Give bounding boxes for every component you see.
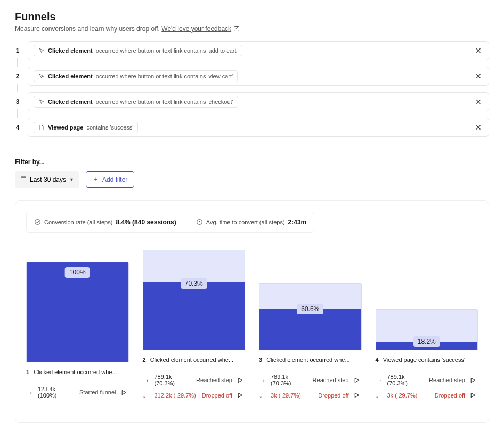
- funnel-metrics: → 789.1k (70.3%) Reached step ↓ 312.2k (…: [143, 374, 246, 404]
- funnel-step-index: 1: [26, 369, 29, 375]
- filter-section-label: Filter by...: [15, 158, 489, 166]
- funnel-metrics: → 789.1k (70.3%) Reached step ↓ 3k (-29.…: [259, 374, 362, 404]
- page-subtitle: Measure conversions and learn why users …: [15, 25, 489, 33]
- funnel-bar[interactable]: 70.3%: [143, 250, 246, 350]
- results-panel: Conversion rate (all steps) 8.4% (840 se…: [15, 200, 489, 423]
- funnel-step-row: 4 Viewed page contains 'success' ✕: [15, 118, 489, 137]
- plus-icon: ＋: [93, 175, 99, 184]
- funnel-step-text: Clicked element occurred whe...: [150, 357, 234, 363]
- dropoff-label: Dropped off: [318, 392, 348, 399]
- funnel-bar-column: 18.2% 4 Viewed page contains 'success' →…: [376, 309, 478, 404]
- funnel-bar[interactable]: 60.6%: [259, 283, 362, 350]
- funnel-step-index: 2: [143, 357, 146, 363]
- page-icon: [38, 124, 45, 131]
- cursor-click-icon: [38, 47, 45, 54]
- filter-row: Last 30 days ▼ ＋ Add filter: [15, 171, 489, 188]
- funnel-step-index: 4: [376, 357, 379, 363]
- arrow-down-icon: ↓: [376, 392, 383, 399]
- funnel-step-title: 4 Viewed page contains 'success': [376, 357, 478, 363]
- cursor-click-icon: [38, 99, 45, 105]
- funnel-step-index: 3: [259, 357, 262, 363]
- funnel-bar[interactable]: 18.2%: [376, 309, 478, 350]
- play-recordings-button[interactable]: [469, 377, 478, 384]
- play-recordings-button[interactable]: [353, 377, 362, 384]
- svg-marker-6: [122, 390, 126, 394]
- funnel-metrics: → 789.1k (70.3%) Reached step ↓ 3k (-29.…: [376, 374, 478, 404]
- step-connector: [17, 84, 18, 92]
- reached-label: Reached step: [196, 377, 232, 383]
- step-card[interactable]: Viewed page contains 'success' ✕: [28, 118, 489, 137]
- step-event: Clicked element: [48, 47, 93, 54]
- dropoff-row: ↓ 3k (-29.7%) Dropped off: [376, 392, 478, 399]
- funnel-bars: 100% 1 Clicked element occurred whe... →…: [26, 250, 478, 404]
- play-recordings-button[interactable]: [120, 389, 129, 396]
- funnel-bar-percent-badge: 70.3%: [181, 278, 207, 289]
- svg-marker-10: [355, 393, 359, 397]
- funnel-step-title: 2 Clicked element occurred whe...: [143, 357, 246, 363]
- conversion-rate-label: Conversion rate (all steps): [44, 219, 112, 225]
- svg-marker-7: [238, 378, 242, 382]
- arrow-right-icon: →: [26, 389, 34, 396]
- arrow-down-icon: ↓: [259, 392, 266, 399]
- dropoff-label: Dropped off: [435, 392, 465, 399]
- add-filter-button[interactable]: ＋ Add filter: [86, 171, 134, 188]
- step-condition: occurred where button or text link conta…: [96, 99, 233, 105]
- check-circle-icon: [34, 218, 41, 226]
- reached-value: 123.4k (100%): [38, 386, 75, 399]
- step-chip[interactable]: Clicked element occurred where button or…: [34, 70, 238, 82]
- remove-step-button[interactable]: ✕: [474, 123, 483, 132]
- reached-step-row: → 123.4k (100%) Started funnel: [26, 386, 129, 399]
- step-card[interactable]: Clicked element occurred where button or…: [28, 41, 489, 60]
- funnel-bar[interactable]: 100%: [26, 262, 129, 362]
- chevron-down-icon: ▼: [69, 177, 74, 182]
- conversion-rate-value: 8.4% (840 sessions): [116, 218, 176, 226]
- add-filter-label: Add filter: [102, 176, 127, 183]
- funnel-step-row: 3 Clicked element occurred where button …: [15, 92, 489, 111]
- step-condition: occurred where button or text link conta…: [96, 47, 238, 54]
- play-recordings-button[interactable]: [353, 392, 362, 399]
- remove-step-button[interactable]: ✕: [474, 46, 483, 55]
- step-number: 3: [15, 98, 20, 106]
- reached-label: Started funnel: [79, 389, 116, 395]
- funnel-step-text: Viewed page contains 'success': [383, 357, 465, 363]
- summary-card: Conversion rate (all steps) 8.4% (840 se…: [26, 212, 314, 233]
- avg-time-label: Avg. time to convert (all steps): [206, 219, 285, 225]
- reached-step-row: → 789.1k (70.3%) Reached step: [376, 374, 478, 386]
- remove-step-button[interactable]: ✕: [474, 98, 483, 106]
- svg-marker-9: [355, 378, 359, 382]
- play-recordings-button[interactable]: [237, 377, 245, 384]
- reached-value: 789.1k (70.3%): [155, 374, 192, 386]
- funnel-bar-percent-badge: 60.6%: [297, 304, 323, 314]
- date-range-button[interactable]: Last 30 days ▼: [15, 171, 79, 188]
- play-recordings-button[interactable]: [237, 392, 245, 399]
- svg-point-4: [35, 219, 40, 224]
- step-number: 1: [15, 47, 20, 54]
- step-chip[interactable]: Clicked element occurred where button or…: [34, 45, 242, 56]
- step-number: 2: [15, 72, 20, 80]
- arrow-down-icon: ↓: [143, 392, 150, 399]
- step-connector: [17, 58, 18, 67]
- dropoff-row: ↓ 3k (-29.7%) Dropped off: [259, 392, 362, 399]
- funnel-step-row: 2 Clicked element occurred where button …: [15, 67, 489, 86]
- dropoff-value: 3k (-29.7%): [387, 392, 430, 399]
- calendar-icon: [20, 175, 27, 183]
- dropoff-value: 3k (-29.7%): [271, 392, 314, 399]
- funnel-bar-percent-badge: 18.2%: [413, 336, 440, 347]
- funnel-bar-fill: [143, 282, 245, 350]
- remove-step-button[interactable]: ✕: [474, 72, 483, 80]
- step-chip[interactable]: Clicked element occurred where button or…: [34, 96, 238, 108]
- reached-value: 789.1k (70.3%): [387, 374, 425, 386]
- step-card[interactable]: Clicked element occurred where button or…: [28, 92, 489, 111]
- play-recordings-button[interactable]: [469, 392, 478, 399]
- step-chip[interactable]: Viewed page contains 'success': [34, 122, 138, 133]
- arrow-right-icon: →: [376, 377, 383, 384]
- funnel-step-text: Clicked element occurred whe...: [34, 369, 117, 375]
- step-card[interactable]: Clicked element occurred where button or…: [28, 67, 489, 86]
- funnel-bar-percent-badge: 100%: [65, 267, 90, 278]
- step-event: Clicked element: [48, 73, 93, 79]
- page-title: Funnels: [15, 11, 489, 23]
- dropoff-value: 312.2k (-29.7%): [155, 392, 198, 399]
- feedback-link[interactable]: We'd love your feedback: [161, 25, 231, 33]
- subtitle-text: Measure conversions and learn why users …: [15, 25, 161, 33]
- step-condition: contains 'success': [86, 124, 133, 131]
